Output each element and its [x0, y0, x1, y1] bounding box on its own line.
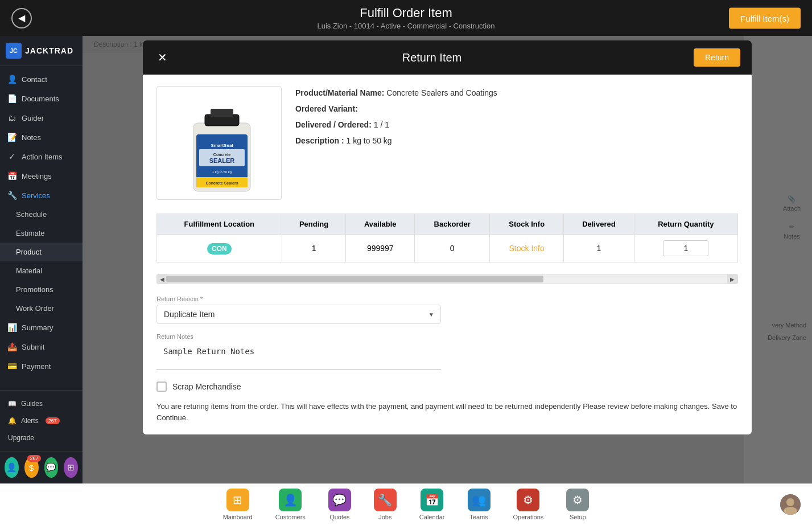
- horizontal-scrollbar[interactable]: ◀ ▶: [156, 274, 738, 284]
- modal-close-button[interactable]: ✕: [154, 50, 170, 65]
- product-name-field: Product/Material Name: Concrete Sealers …: [295, 88, 738, 97]
- product-image: SmartSeal Concrete SEALER 1 kg to 50 kg …: [156, 86, 282, 200]
- bottom-nav-operations[interactable]: ⚙ Operations: [513, 489, 544, 520]
- sidebar-item-contact[interactable]: 👤 Contact: [0, 69, 83, 89]
- sidebar-footer: 📖 Guides 🔔 Alerts 267 Upgrade: [0, 390, 83, 451]
- bottom-nav-mainboard[interactable]: ⊞ Mainboard: [223, 489, 253, 520]
- sidebar-item-schedule[interactable]: Schedule: [0, 205, 83, 224]
- logo-text: JACKTRAD: [25, 46, 73, 55]
- sidebar-item-work-order[interactable]: Work Order: [0, 299, 83, 318]
- sidebar-item-product[interactable]: Product: [0, 243, 83, 261]
- sidebar-item-estimate[interactable]: Estimate: [0, 224, 83, 243]
- setup-label: Setup: [570, 514, 586, 520]
- cell-return-qty: [634, 235, 737, 262]
- fulfillment-table: Fulfillment Location Pending Available B…: [156, 214, 738, 262]
- col-return-qty: Return Quantity: [634, 214, 737, 235]
- meetings-icon: 📅: [7, 171, 17, 181]
- col-stock-info: Stock Info: [490, 214, 564, 235]
- main-layout: JC JACKTRAD 👤 Contact 📄 Documents 🗂 Guid…: [0, 36, 812, 483]
- sidebar-item-label: Payment: [22, 362, 51, 371]
- sidebar-item-services[interactable]: 🔧 Services: [0, 186, 83, 205]
- bottom-nav-teams[interactable]: 👥 Teams: [468, 489, 491, 520]
- bottom-nav-customers[interactable]: 👤 Customers: [275, 489, 306, 520]
- bottom-icon-money[interactable]: $ 267: [24, 457, 39, 478]
- col-backorder: Backorder: [415, 214, 490, 235]
- scrap-merchandise-label: Scrap Merchandise: [172, 382, 241, 391]
- sidebar-nav: 👤 Contact 📄 Documents 🗂 Guider 📝 Notes ✓…: [0, 66, 83, 390]
- teams-label: Teams: [469, 514, 488, 520]
- sidebar-item-label: Schedule: [16, 210, 47, 219]
- sidebar-item-material[interactable]: Material: [0, 261, 83, 280]
- svg-text:Concrete: Concrete: [213, 153, 230, 157]
- sidebar-item-promotions[interactable]: Promotions: [0, 280, 83, 299]
- upgrade-label: Upgrade: [8, 434, 34, 442]
- sidebar-item-submit[interactable]: 📤 Submit: [0, 337, 83, 356]
- money-badge: 267: [27, 455, 40, 462]
- cell-backorder: 0: [415, 235, 490, 262]
- contact-icon: 👤: [7, 75, 17, 84]
- svg-point-12: [786, 498, 794, 506]
- svg-text:1 kg to 50 kg: 1 kg to 50 kg: [212, 170, 232, 174]
- sidebar-guides[interactable]: 📖 Guides: [6, 396, 77, 411]
- return-notes-label: Return Notes: [156, 333, 738, 340]
- delivered-ordered-label: Delivered / Ordered:: [295, 120, 372, 129]
- sidebar-item-label: Estimate: [16, 229, 45, 237]
- description-field: Description : 1 kg to 50 kg: [295, 136, 738, 145]
- col-delivered: Delivered: [564, 214, 634, 235]
- svg-text:SmartSeal: SmartSeal: [211, 143, 233, 148]
- bottom-nav-quotes[interactable]: 💬 Quotes: [328, 489, 351, 520]
- summary-icon: 📊: [7, 323, 17, 332]
- bottom-icon-grid[interactable]: ⊞: [64, 457, 78, 478]
- bottom-icon-person[interactable]: 👤: [5, 457, 19, 478]
- sidebar-item-summary[interactable]: 📊 Summary: [0, 318, 83, 337]
- product-name-label: Product/Material Name:: [295, 88, 384, 97]
- user-avatar[interactable]: [780, 494, 801, 515]
- guides-icon: 📖: [8, 400, 17, 408]
- product-details: Product/Material Name: Concrete Sealers …: [295, 86, 738, 200]
- col-available: Available: [346, 214, 415, 235]
- services-icon: 🔧: [7, 191, 17, 200]
- calendar-label: Calendar: [419, 514, 445, 520]
- quotes-icon: 💬: [328, 489, 351, 511]
- logo-icon: JC: [6, 43, 22, 59]
- return-notes-textarea[interactable]: Sample Return Notes: [156, 342, 441, 370]
- back-button[interactable]: ◀: [11, 8, 32, 28]
- modal-return-button[interactable]: Return: [694, 48, 740, 67]
- bottom-nav-setup[interactable]: ⚙ Setup: [566, 489, 589, 520]
- scrap-merchandise-checkbox[interactable]: [156, 382, 167, 392]
- stock-info-link[interactable]: Stock Info: [509, 244, 545, 253]
- scroll-thumb[interactable]: [166, 276, 543, 282]
- bottom-nav-calendar[interactable]: 📅 Calendar: [419, 489, 445, 520]
- cell-location: CON: [157, 235, 282, 262]
- fulfill-items-button[interactable]: Fulfill Item(s): [729, 7, 801, 28]
- sidebar-item-label: Submit: [22, 343, 44, 351]
- bottom-nav-jobs[interactable]: 🔧 Jobs: [374, 489, 397, 520]
- modal-title: Return Item: [170, 51, 694, 64]
- location-badge: CON: [207, 243, 232, 255]
- return-reason-label: Return Reason *: [156, 296, 738, 302]
- sidebar-item-action-items[interactable]: ✓ Action Items: [0, 147, 83, 166]
- sidebar-item-documents[interactable]: 📄 Documents: [0, 89, 83, 108]
- bottom-icon-chat[interactable]: 💬: [44, 457, 59, 478]
- product-info-section: SmartSeal Concrete SEALER 1 kg to 50 kg …: [156, 86, 738, 200]
- sidebar-item-meetings[interactable]: 📅 Meetings: [0, 166, 83, 186]
- cell-pending: 1: [282, 235, 346, 262]
- sidebar-item-guider[interactable]: 🗂 Guider: [0, 108, 83, 128]
- sidebar-item-label: Contact: [22, 75, 47, 84]
- table-row: CON 1 999997 0 Stock Info 1: [157, 235, 738, 262]
- return-reason-select[interactable]: Duplicate Item Damaged Wrong Item Not Ne…: [156, 305, 441, 324]
- page-title: Fulfill Order Item: [11, 6, 801, 20]
- return-quantity-input[interactable]: [663, 240, 708, 256]
- action-items-icon: ✓: [7, 152, 17, 161]
- sidebar-upgrade[interactable]: Upgrade: [6, 430, 77, 445]
- scroll-right-arrow[interactable]: ▶: [727, 274, 737, 284]
- ordered-variant-field: Ordered Variant:: [295, 104, 738, 113]
- sidebar-item-notes[interactable]: 📝 Notes: [0, 128, 83, 147]
- ordered-variant-label: Ordered Variant:: [295, 104, 358, 113]
- jobs-icon: 🔧: [374, 489, 397, 511]
- sidebar-item-label: Documents: [22, 95, 59, 103]
- sidebar-alerts[interactable]: 🔔 Alerts 267: [6, 413, 77, 428]
- sidebar-item-payment[interactable]: 💳 Payment: [0, 356, 83, 376]
- sidebar-item-label: Product: [16, 248, 42, 256]
- calendar-icon: 📅: [421, 489, 443, 511]
